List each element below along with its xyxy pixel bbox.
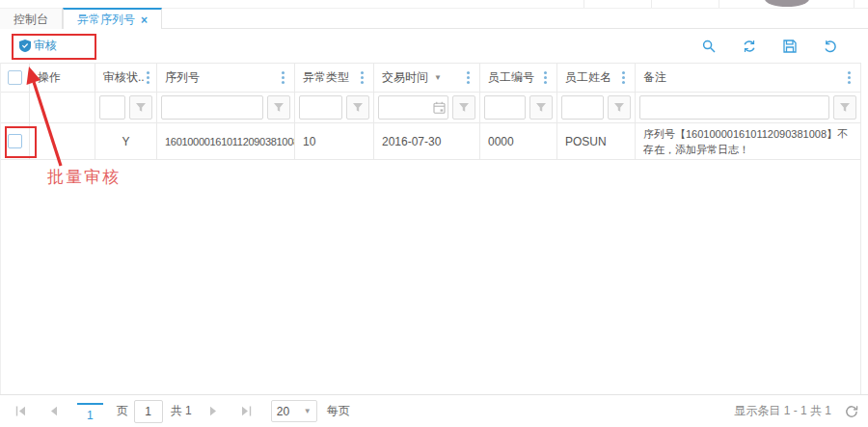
search-icon[interactable] [702,40,716,53]
tab-abnormal-serial-label: 异常序列号 [77,12,135,28]
row-cell-employee-name: POSUN [557,123,636,159]
avatar [765,0,809,7]
divider [583,0,584,8]
funnel-icon [135,102,147,113]
select-all-checkbox[interactable] [8,70,22,85]
filter-cell-serial [157,93,295,122]
filter-employee-name-input[interactable] [561,95,604,120]
row-cell-trade-time: 2016-07-30 [374,123,480,159]
prev-page-button[interactable] [43,406,64,416]
column-menu-icon[interactable] [147,76,149,79]
row-cell-serial: 160100001610112090381008 [157,123,295,159]
current-page[interactable]: 1 [77,403,103,422]
divider [719,0,719,8]
header-cell-employee-name[interactable]: 员工姓名 [557,64,636,92]
top-strip [0,0,868,8]
table-row: Y 160100001610112090381008 10 2016-07-30… [1,123,860,160]
filter-remark-input[interactable] [639,95,829,120]
row-cell-exception-type: 10 [295,123,374,159]
grid-pager: 1 页 共 1 20 ▼ 每页 显示条目 1 - 1 共 1 [0,394,868,427]
tab-console[interactable]: 控制台 [0,9,63,30]
divider [854,0,854,8]
tabstrip: 控制台 异常序列号 × [0,8,868,29]
column-menu-icon[interactable] [467,76,470,79]
filter-funnel-button[interactable] [529,95,553,120]
column-title: 备注 [643,69,666,86]
column-menu-icon[interactable] [361,76,364,79]
sort-desc-icon: ▼ [434,73,442,82]
filter-funnel-button[interactable] [452,95,475,120]
per-page-label: 每页 [327,403,350,419]
filter-funnel-button[interactable] [346,95,369,120]
funnel-icon [839,102,851,113]
sync-icon[interactable] [743,40,756,53]
audit-shield-icon [19,40,31,52]
column-menu-icon[interactable] [848,76,851,79]
page-total-label: 共 1 [171,403,192,419]
filter-funnel-button[interactable] [608,95,631,120]
filter-cell-select [1,93,30,122]
filter-cell-employee-no [480,93,557,122]
row-checkbox[interactable] [8,134,22,148]
header-cell-serial[interactable]: 序列号 [157,64,295,92]
header-cell-audit-status[interactable]: 审核状.. [95,64,157,92]
save-icon[interactable] [783,40,797,53]
grid-filter-row [1,93,860,123]
filter-funnel-button[interactable] [129,95,152,120]
header-cell-trade-time[interactable]: 交易时间 ▼ [374,64,480,92]
column-title: 员工编号 [488,69,534,86]
filter-audit-status-input[interactable] [99,95,125,120]
column-menu-icon[interactable] [282,76,285,79]
filter-funnel-button[interactable] [267,95,290,120]
divider [651,0,652,8]
chevron-down-icon: ▼ [304,407,312,415]
refresh-icon[interactable] [845,405,858,418]
header-cell-exception-type[interactable]: 异常类型 [295,64,374,92]
header-cell-remark[interactable]: 备注 [636,64,860,92]
tab-abnormal-serial[interactable]: 异常序列号 × [63,8,162,30]
filter-employee-no-input[interactable] [484,95,526,120]
data-grid: 操作 审核状.. 序列号 异常类型 交易时间 ▼ [0,63,861,394]
first-page-button[interactable] [10,406,32,416]
column-title: 异常类型 [303,69,349,86]
column-title: 序列号 [165,69,200,86]
filter-cell-employee-name [557,93,636,122]
page-number-input[interactable] [134,400,163,423]
row-cell-employee-no: 0000 [480,123,557,159]
column-title: 交易时间 [382,69,428,86]
filter-cell-audit-status [95,93,157,122]
header-cell-employee-no[interactable]: 员工编号 [480,64,557,92]
grid-toolbar: 审核 [0,29,868,63]
filter-cell-operation [30,93,95,122]
pager-info: 显示条目 1 - 1 共 1 [734,403,831,419]
tab-close-icon[interactable]: × [141,14,148,26]
page-size-value: 20 [277,405,289,418]
column-menu-icon[interactable] [544,76,547,79]
filter-cell-trade-time [374,93,480,122]
page-label: 页 [117,403,128,419]
funnel-icon [458,102,470,113]
funnel-icon [273,102,285,113]
row-cell-remark: 序列号【160100001610112090381008】不存在，添加异常日志！ [636,123,860,159]
filter-cell-remark [636,93,860,122]
audit-button[interactable]: 审核 [19,38,57,54]
column-title: 操作 [38,69,61,86]
filter-serial-input[interactable] [161,95,263,120]
column-menu-icon[interactable] [622,76,625,79]
funnel-icon [535,102,547,113]
grid-tool-icons [702,40,868,53]
filter-funnel-button[interactable] [833,95,856,120]
funnel-icon [613,102,625,113]
funnel-icon [352,102,364,113]
grid-header-row: 操作 审核状.. 序列号 异常类型 交易时间 ▼ [1,64,860,93]
calendar-icon[interactable] [433,101,446,117]
row-cell-audit-status: Y [95,123,157,159]
last-page-button[interactable] [235,406,258,416]
filter-exception-type-input[interactable] [299,95,342,120]
page-size-select[interactable]: 20 ▼ [271,400,317,422]
column-title: 审核状.. [103,69,145,86]
next-page-button[interactable] [203,406,224,416]
header-cell-select [1,64,30,92]
undo-icon[interactable] [824,40,837,53]
header-cell-operation: 操作 [30,64,95,92]
